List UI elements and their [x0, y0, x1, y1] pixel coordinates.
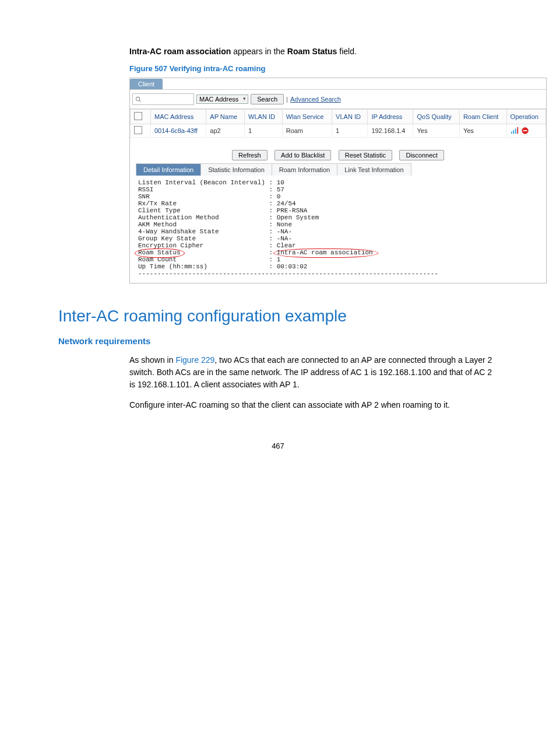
- stop-icon[interactable]: [521, 127, 529, 135]
- col-service[interactable]: Wlan Service: [282, 110, 332, 124]
- detail-subtabs: Detail Information Statistic Information…: [136, 163, 411, 176]
- add-blacklist-button[interactable]: Add to Blacklist: [275, 150, 331, 160]
- search-button[interactable]: Search: [251, 94, 284, 104]
- intro-bold-1: Intra-AC roam association: [129, 47, 231, 56]
- action-buttons: Refresh Add to Blacklist Reset Statistic…: [130, 138, 546, 163]
- disconnect-button[interactable]: Disconnect: [399, 150, 444, 160]
- subsection-heading: Network requirements: [58, 336, 498, 346]
- detail-output: Listen Interval (Beacon Interval) : 10 R…: [130, 176, 546, 283]
- svg-line-1: [139, 100, 141, 102]
- paragraph-1: As shown in Figure 229, two ACs that eac…: [58, 354, 498, 391]
- col-roam[interactable]: Roam Client: [459, 110, 506, 124]
- tab-detail-info[interactable]: Detail Information: [136, 164, 201, 176]
- col-op: Operation: [506, 110, 546, 124]
- page-number: 467: [58, 418, 498, 456]
- col-ap[interactable]: AP Name: [206, 110, 245, 124]
- figure-screenshot: Client MAC Address Search | Advanced Sea…: [58, 78, 498, 284]
- signal-icon[interactable]: [511, 127, 519, 135]
- tab-roam-info[interactable]: Roam Information: [272, 164, 337, 176]
- figure-caption: Figure 507 Verifying intra-AC roaming: [58, 64, 498, 73]
- advanced-search-link[interactable]: Advanced Search: [290, 96, 341, 103]
- tab-statistic-info[interactable]: Statistic Information: [201, 164, 272, 176]
- search-icon: [135, 96, 142, 103]
- col-wlan[interactable]: WLAN ID: [245, 110, 283, 124]
- refresh-button[interactable]: Refresh: [232, 150, 268, 160]
- svg-point-0: [136, 97, 139, 100]
- intro-sentence: Intra-AC roam association appears in the…: [58, 47, 498, 56]
- paragraph-2: Configure inter-AC roaming so that the c…: [58, 399, 498, 411]
- col-mac[interactable]: MAC Address: [151, 110, 206, 124]
- search-field-select[interactable]: MAC Address: [196, 94, 248, 104]
- select-all-checkbox[interactable]: [134, 112, 142, 120]
- row-checkbox[interactable]: [134, 126, 142, 134]
- figure-229-link[interactable]: Figure 229: [175, 355, 214, 365]
- search-input[interactable]: [132, 93, 194, 105]
- mac-link[interactable]: 0014-6c8a-43ff: [154, 127, 198, 134]
- svg-rect-2: [511, 132, 512, 134]
- client-table: MAC Address AP Name WLAN ID Wlan Service…: [130, 109, 546, 138]
- section-heading: Inter-AC roaming configuration example: [58, 307, 498, 326]
- svg-rect-7: [523, 130, 527, 131]
- svg-rect-3: [513, 130, 514, 134]
- col-ip[interactable]: IP Address: [368, 110, 413, 124]
- col-vlan[interactable]: VLAN ID: [332, 110, 368, 124]
- col-qos[interactable]: QoS Quality: [413, 110, 459, 124]
- reset-statistic-button[interactable]: Reset Statistic: [339, 150, 392, 160]
- intro-bold-2: Roam Status: [287, 47, 337, 56]
- svg-rect-4: [515, 129, 516, 134]
- tab-client[interactable]: Client: [130, 79, 163, 89]
- svg-rect-5: [517, 127, 518, 134]
- table-row: 0014-6c8a-43ff ap2 1 Roam 1 192.168.1.4 …: [131, 124, 546, 138]
- tab-link-test-info[interactable]: Link Test Information: [337, 164, 410, 176]
